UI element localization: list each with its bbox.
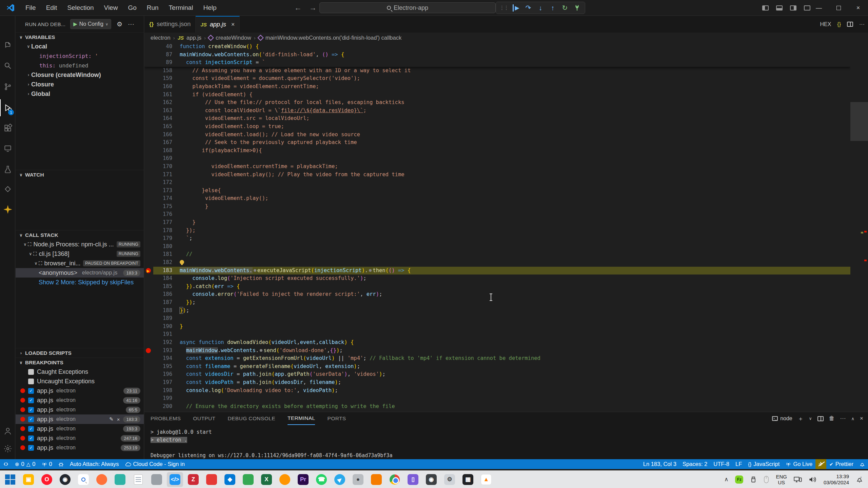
line-gutter[interactable]: [144, 155, 153, 163]
line-content[interactable]: console.log('Downloading video to:', vid…: [172, 387, 850, 395]
taskbar-phone-link-icon[interactable]: ▯: [405, 472, 421, 487]
status-indentation[interactable]: Spaces: 2: [679, 459, 710, 469]
taskbar-settings-app-icon[interactable]: ⚙: [441, 472, 458, 487]
breakpoint-row[interactable]: ✓app.jselectron65:5: [16, 405, 144, 414]
menu-edit[interactable]: Edit: [41, 0, 62, 15]
breakpoint-checkbox[interactable]: ✓: [28, 388, 34, 394]
lightbulb-icon[interactable]: [180, 260, 184, 264]
breakpoint-row[interactable]: ✓app.jselectron193:3: [16, 424, 144, 433]
variable-row[interactable]: ›Global: [16, 89, 144, 99]
code-line[interactable]: 186 console.error('Failed to inject the …: [144, 290, 850, 299]
line-gutter[interactable]: [144, 139, 153, 147]
code-line[interactable]: 174 videoElement.play();: [144, 195, 850, 203]
taskbar-clock[interactable]: 13:39 03/06/2024: [824, 473, 849, 486]
line-gutter[interactable]: [144, 99, 153, 107]
line-gutter[interactable]: [144, 195, 153, 203]
debug-step-over-button[interactable]: ↷: [522, 3, 534, 13]
mouse-tray-icon[interactable]: [764, 476, 769, 483]
code-editor[interactable]: 158 // Assuming you have a video element…: [144, 43, 850, 412]
line-content[interactable]: [172, 330, 850, 339]
taskbar-camera-light-icon[interactable]: ●: [350, 472, 366, 487]
debug-continue-button[interactable]: ▶: [510, 3, 522, 13]
hex-editor-button[interactable]: HEX: [820, 21, 831, 27]
remove-breakpoint-icon[interactable]: ×: [117, 416, 120, 422]
breakpoint-checkbox[interactable]: ✓: [28, 426, 34, 432]
code-line[interactable]: 193 mainWindow.webContents.send('downloa…: [144, 347, 850, 355]
code-line[interactable]: 171 videoElement.play(); // Play the vid…: [144, 171, 850, 179]
taskbar-windows-security-icon[interactable]: ◆: [222, 472, 238, 487]
line-content[interactable]: //: [172, 250, 850, 259]
tab-app.js[interactable]: JSapp.js×: [196, 16, 240, 33]
menu-file[interactable]: File: [20, 0, 41, 15]
taskbar-notepad-icon[interactable]: [130, 472, 146, 487]
line-content[interactable]: // Seek to the previously captured playb…: [172, 139, 850, 147]
breakpoint-checkbox[interactable]: ✓: [28, 445, 34, 451]
line-gutter[interactable]: [144, 259, 153, 267]
code-line[interactable]: 180: [144, 243, 850, 251]
line-content[interactable]: mainWindow.webContents.on('did-finish-lo…: [172, 51, 850, 59]
line-content[interactable]: const localVideoUrl = \`file://\${data.r…: [172, 107, 850, 115]
line-content[interactable]: videoElement.load(); // Load the new vid…: [172, 131, 850, 139]
code-line[interactable]: 159 const videoElement = document.queryS…: [144, 75, 850, 83]
line-gutter[interactable]: [144, 171, 153, 179]
breakpoint-checkbox[interactable]: ✓: [28, 398, 34, 403]
command-center-search[interactable]: Electron-app: [319, 2, 496, 13]
line-gutter[interactable]: [144, 51, 153, 59]
breakpoint-row[interactable]: ✓app.jselectron247:16: [16, 433, 144, 443]
line-gutter[interactable]: [144, 91, 153, 99]
variable-row[interactable]: injectionScript: ': [16, 51, 144, 61]
callstack-row[interactable]: <anonymous>electron/app.js183:3: [16, 268, 144, 278]
code-line[interactable]: 178 });: [144, 227, 850, 235]
network-tray-icon[interactable]: [794, 476, 802, 483]
edit-breakpoint-icon[interactable]: ✎: [109, 416, 114, 422]
code-line[interactable]: 160 playbackTime = videoElement.currentT…: [144, 83, 850, 91]
line-content[interactable]: videoElement.src = localVideoUrl;: [172, 115, 850, 123]
more-actions-icon[interactable]: ···: [128, 20, 134, 28]
gear-icon[interactable]: ⚙: [117, 20, 122, 28]
breakpoint-checkbox[interactable]: ✓: [28, 435, 34, 441]
line-content[interactable]: console.log('Injection script executed s…: [172, 274, 850, 283]
activity-source-control-icon[interactable]: [0, 78, 15, 95]
line-content[interactable]: `;: [172, 235, 850, 243]
breadcrumb-item[interactable]: mainWindow.webContents.on('did-finish-lo…: [265, 35, 402, 41]
filezilla-tray-icon[interactable]: Fz: [735, 475, 743, 484]
line-content[interactable]: }).catch(err => {: [172, 283, 850, 291]
code-line[interactable]: 166 videoElement.load(); // Load the new…: [144, 131, 850, 139]
code-line[interactable]: 192async function downloadVideo(videoUrl…: [144, 339, 850, 347]
line-gutter[interactable]: [144, 75, 153, 83]
taskbar-chrome-icon[interactable]: [387, 472, 403, 487]
line-content[interactable]: async function downloadVideo(videoUrl,ev…: [172, 339, 850, 347]
status-cursor-position[interactable]: Ln 183, Col 3: [640, 459, 679, 469]
breakpoint-checkbox[interactable]: [28, 379, 34, 384]
line-gutter[interactable]: [144, 227, 153, 235]
menu-help[interactable]: Help: [198, 0, 221, 15]
activity-extensions-icon[interactable]: [0, 120, 15, 137]
kill-terminal-icon[interactable]: 🗑: [829, 415, 835, 422]
code-line[interactable]: 87mainWindow.webContents.on('did-finish-…: [144, 51, 850, 59]
terminal-dropdown-icon[interactable]: ∨: [809, 416, 812, 421]
code-line[interactable]: 176: [144, 210, 850, 219]
toggle-sidebar-icon[interactable]: [762, 5, 769, 11]
line-gutter[interactable]: [144, 147, 153, 155]
line-gutter[interactable]: [144, 330, 153, 339]
minimap[interactable]: [850, 43, 868, 412]
taskbar-orange-box-app-icon[interactable]: [368, 472, 384, 487]
code-line[interactable]: 184 console.log('Injection script execut…: [144, 274, 850, 283]
close-button[interactable]: ×: [848, 0, 868, 16]
taskbar-vlc-icon[interactable]: ▲: [478, 472, 494, 487]
skipfiles-link[interactable]: Show 2 More: Skipped by skipFiles: [39, 279, 134, 286]
line-content[interactable]: [172, 314, 850, 323]
code-line[interactable]: 168 if(playbackTime>0){: [144, 147, 850, 155]
line-content[interactable]: videoElement.play();: [172, 195, 850, 203]
line-gutter[interactable]: [144, 314, 153, 323]
status-problems[interactable]: ⊗0△0: [12, 459, 39, 469]
line-gutter[interactable]: [144, 179, 153, 187]
line-gutter[interactable]: [144, 274, 153, 283]
line-gutter[interactable]: [144, 219, 153, 227]
status-prettier[interactable]: ✔Prettier: [826, 459, 856, 469]
code-line[interactable]: 191: [144, 330, 850, 339]
split-terminal-icon[interactable]: [817, 416, 824, 421]
taskbar-red-app-icon[interactable]: [203, 472, 220, 487]
code-line[interactable]: 194 const extension = getExtensionFromUr…: [144, 354, 850, 363]
status-encoding[interactable]: UTF-8: [710, 459, 732, 469]
